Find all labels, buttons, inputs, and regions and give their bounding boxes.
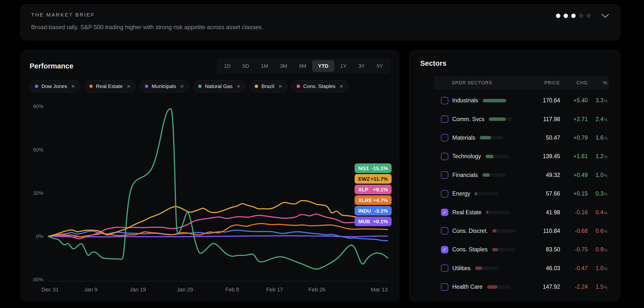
chip-cons-staples[interactable]: Cons. Staples✕: [292, 80, 349, 92]
close-icon[interactable]: ✕: [236, 84, 240, 89]
chip-color-dot: [255, 85, 258, 88]
sector-row-real-estate: ✓Real Estate41.98-0.160.4%: [434, 203, 609, 221]
close-icon[interactable]: ✕: [278, 84, 282, 89]
sector-name: Cons. Discret.: [452, 228, 488, 234]
brief-subtitle: Broad-based rally. S&P 500 trading highe…: [31, 24, 263, 31]
badge-value: +9.1%: [373, 187, 388, 193]
close-icon[interactable]: ✕: [71, 84, 75, 89]
x-axis-tick: Jan 29: [177, 286, 193, 293]
chip-color-dot: [198, 85, 202, 88]
sector-change: +0.49: [560, 172, 588, 179]
sector-change: +1.61: [560, 153, 588, 160]
sector-checkbox[interactable]: [441, 227, 448, 235]
tab-range-1y[interactable]: 1Y: [334, 60, 352, 72]
close-icon[interactable]: ✕: [180, 84, 184, 89]
series-line-xlre: [48, 223, 388, 237]
y-axis-tick: 30%: [33, 190, 44, 196]
tab-range-5d[interactable]: 5D: [237, 60, 255, 72]
chip-label: Cons. Staples: [303, 83, 336, 89]
sector-checkbox[interactable]: ✓: [441, 246, 448, 253]
legend-badge-ng1[interactable]: NG1-15.1%: [354, 164, 392, 173]
sector-price: 170.64: [534, 97, 560, 104]
sector-checkbox[interactable]: [441, 264, 448, 272]
tab-range-5y[interactable]: 5Y: [370, 60, 389, 72]
sector-change: -0.68: [560, 228, 588, 234]
sector-checkbox[interactable]: [441, 153, 448, 160]
chip-label: Municipals: [152, 83, 176, 89]
close-icon[interactable]: ✕: [126, 84, 130, 89]
sector-change: -2.24: [560, 283, 588, 290]
sector-row-energy: Energy57.66+0.150.3%: [434, 184, 609, 203]
sector-percent: 0.9%: [588, 246, 608, 253]
legend-badge-indu[interactable]: INDU-3.1%: [354, 206, 392, 216]
sector-percent: 1.6%: [588, 134, 608, 141]
sector-checkbox[interactable]: [441, 97, 448, 104]
sector-price: 46.03: [534, 265, 560, 272]
sector-row-technology: Technology139.45+1.611.2%: [434, 147, 609, 166]
tab-range-1d[interactable]: 1D: [218, 60, 237, 72]
y-axis-tick: 90%: [33, 103, 44, 109]
pager-dot[interactable]: [586, 14, 591, 18]
sector-name: Comm. Svcs: [452, 116, 484, 123]
sector-price: 49.32: [534, 172, 560, 179]
chip-dow-jones[interactable]: Dow Jones✕: [30, 80, 80, 92]
legend-badge-mub[interactable]: MUB+0.1%: [354, 217, 392, 226]
sector-checkbox[interactable]: ✓: [441, 209, 448, 216]
badge-ticker: INDU: [358, 208, 371, 214]
legend-badge-ewz[interactable]: EWZ+11.7%: [354, 174, 392, 184]
legend-badges: NG1-15.1%EWZ+11.7%XLP+9.1%XLRE+4.7%INDU-…: [354, 164, 392, 226]
badge-value: -15.1%: [371, 165, 388, 171]
sector-price: 83.50: [534, 246, 560, 253]
tab-range-6m[interactable]: 6M: [293, 60, 312, 72]
sector-mini-bar: [487, 285, 511, 289]
sector-change: +2.71: [560, 116, 588, 123]
badge-value: -3.1%: [374, 208, 388, 214]
sector-checkbox[interactable]: [441, 171, 448, 179]
performance-title: Performance: [30, 62, 73, 70]
sector-percent: 3.3%: [588, 97, 608, 104]
pager-dot[interactable]: [571, 14, 576, 18]
pager-dots[interactable]: [556, 14, 591, 18]
pager-dot[interactable]: [579, 14, 583, 18]
legend-badge-xlp[interactable]: XLP+9.1%: [354, 185, 392, 194]
sectors-table-header: SPDR SECTORS PRICE CHG %: [434, 76, 609, 90]
x-axis-tick: Mar 13: [370, 286, 388, 293]
tab-range-ytd[interactable]: YTD: [312, 60, 334, 72]
sector-change: +0.79: [560, 134, 588, 141]
x-axis-tick: Jan 9: [84, 286, 98, 293]
sector-percent: 0.4%: [588, 209, 608, 216]
line-chart-svg: 90%60%30%0%-30%Dec 31Jan 9Jan 19Jan 29Fe…: [21, 141, 400, 308]
sector-mini-bar: [486, 211, 510, 214]
sector-checkbox[interactable]: [441, 190, 448, 198]
legend-badge-xlre[interactable]: XLRE+4.7%: [354, 195, 392, 205]
chip-natural-gas[interactable]: Natural Gas✕: [193, 80, 246, 92]
sector-checkbox[interactable]: [441, 134, 448, 141]
chip-label: Natural Gas: [205, 83, 232, 89]
badge-ticker: XLP: [358, 187, 368, 193]
pager-dot[interactable]: [556, 14, 560, 18]
sector-mini-bar: [489, 117, 512, 121]
sector-percent: 0.6%: [588, 228, 608, 234]
tab-range-3y[interactable]: 3Y: [352, 60, 371, 72]
sector-mini-bar: [492, 248, 516, 251]
header-chg: CHG: [560, 80, 588, 86]
sector-mini-bar: [480, 136, 503, 139]
y-axis-tick: -30%: [31, 277, 44, 282]
header-spdr-sectors: SPDR SECTORS: [452, 80, 492, 86]
sector-name: Energy: [452, 190, 470, 197]
chip-brazil[interactable]: Brazil✕: [250, 80, 287, 92]
tab-range-3m[interactable]: 3M: [274, 60, 293, 72]
close-icon[interactable]: ✕: [340, 84, 344, 89]
chevron-down-icon[interactable]: [601, 13, 610, 18]
check-icon: ✓: [443, 210, 446, 215]
sector-change: +0.15: [560, 190, 588, 197]
series-line-ewz: [48, 201, 388, 236]
chip-real-estate[interactable]: Real Estate✕: [84, 80, 136, 92]
tab-range-1m[interactable]: 1M: [255, 60, 274, 72]
sector-checkbox[interactable]: [441, 115, 448, 123]
sector-checkbox[interactable]: [441, 283, 448, 291]
pager-dot[interactable]: [564, 14, 568, 18]
chip-municipals[interactable]: Municipals✕: [140, 80, 189, 92]
sector-price: 50.47: [534, 134, 560, 141]
sector-change: -0.75: [560, 246, 588, 253]
